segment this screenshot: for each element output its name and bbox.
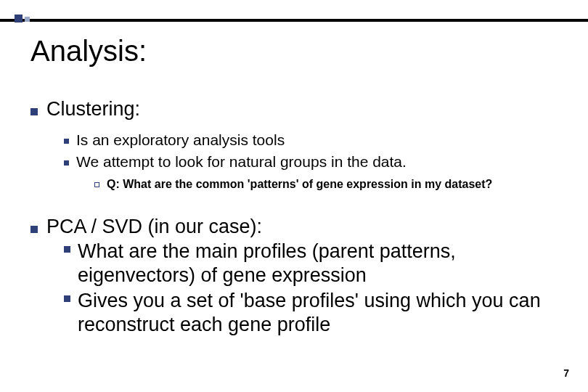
square-bullet-icon bbox=[64, 160, 69, 166]
list-item: What are the main profiles (parent patte… bbox=[78, 240, 558, 287]
header-rule bbox=[0, 19, 588, 22]
page-number: 7 bbox=[563, 367, 569, 379]
slide-title: Analysis: bbox=[30, 35, 147, 68]
square-bullet-icon bbox=[64, 295, 70, 302]
square-bullet-icon bbox=[64, 246, 70, 253]
accent-square-small bbox=[25, 17, 30, 22]
list-item: Gives you a set of 'base profiles' using… bbox=[78, 289, 558, 337]
square-bullet-icon bbox=[64, 139, 69, 144]
section-heading: PCA / SVD (in our case): bbox=[46, 216, 558, 238]
square-bullet-icon bbox=[30, 226, 38, 233]
section-pca-svd: PCA / SVD (in our case): What are the ma… bbox=[30, 216, 558, 337]
section-heading: Clustering: bbox=[46, 98, 558, 121]
hollow-square-bullet-icon bbox=[94, 182, 99, 187]
sub-list-item: Q: What are the common 'patterns' of gen… bbox=[107, 176, 558, 192]
list-item: We attempt to look for natural groups in… bbox=[76, 152, 558, 171]
accent-square-large bbox=[15, 15, 23, 23]
list-item: Is an exploratory analysis tools bbox=[76, 131, 558, 150]
section-clustering: Clustering: Is an exploratory analysis t… bbox=[30, 98, 558, 192]
slide-body: Clustering: Is an exploratory analysis t… bbox=[30, 98, 558, 347]
square-bullet-icon bbox=[30, 108, 38, 115]
